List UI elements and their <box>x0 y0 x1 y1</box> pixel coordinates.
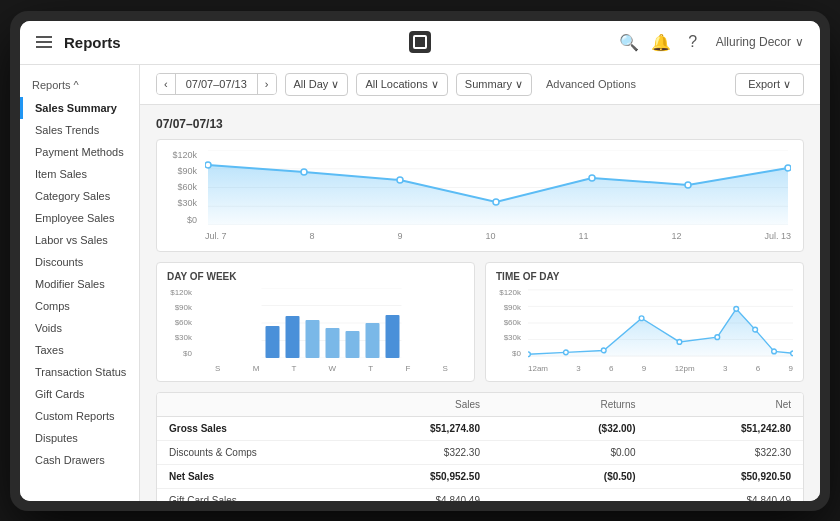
table-row-gift-cards: Gift Card Sales $4,840.49 $4,840.49 <box>157 489 803 501</box>
y-label-60k: $60k <box>169 182 197 192</box>
report-area: 07/07–07/13 $120k $90k $60k $30k $0 <box>140 105 820 501</box>
svg-point-11 <box>785 165 791 171</box>
discounts-sales: $322.30 <box>325 447 481 458</box>
sidebar-item-modifier-sales[interactable]: Modifier Sales <box>20 273 139 295</box>
svg-point-33 <box>677 339 682 344</box>
discounts-returns: $0.00 <box>480 447 636 458</box>
svg-point-38 <box>791 350 793 355</box>
x-label-jul7: Jul. 7 <box>205 231 227 241</box>
svg-point-29 <box>528 351 530 356</box>
svg-point-32 <box>639 315 644 320</box>
svg-point-30 <box>563 349 568 354</box>
svg-point-35 <box>734 306 739 311</box>
table-header-label <box>169 399 325 410</box>
sidebar-item-voids[interactable]: Voids <box>20 317 139 339</box>
sidebar-header[interactable]: Reports ^ <box>20 73 139 97</box>
advanced-options-link[interactable]: Advanced Options <box>540 74 642 94</box>
svg-point-34 <box>715 334 720 339</box>
net-sales-returns: ($0.50) <box>480 471 636 482</box>
square-logo-icon <box>409 31 431 53</box>
sidebar-item-labor-vs-sales[interactable]: Labor vs Sales <box>20 229 139 251</box>
sidebar-item-disputes[interactable]: Disputes <box>20 427 139 449</box>
sidebar-item-cash-drawers[interactable]: Cash Drawers <box>20 449 139 471</box>
time-of-day-panel: TIME OF DAY $120k $90k $60k $30k $0 <box>485 262 804 382</box>
day-of-week-panel: DAY OF WEEK $120k $90k $60k $30k $0 <box>156 262 475 382</box>
nav-right: 🔍 🔔 ? Alluring Decor ∨ <box>548 33 804 51</box>
sidebar: Reports ^ Sales Summary Sales Trends Pay… <box>20 65 140 501</box>
x-label-9: 9 <box>397 231 402 241</box>
tod-chart: 12am 3 6 9 12pm 3 6 9 <box>528 288 793 373</box>
next-date-button[interactable]: › <box>258 74 276 94</box>
sidebar-item-sales-summary[interactable]: Sales Summary <box>20 97 139 119</box>
gift-cards-sales: $4,840.49 <box>325 495 481 501</box>
svg-rect-19 <box>306 320 320 358</box>
sidebar-item-item-sales[interactable]: Item Sales <box>20 163 139 185</box>
svg-rect-22 <box>366 323 380 358</box>
table-header-net: Net <box>636 399 792 410</box>
search-icon[interactable]: 🔍 <box>620 33 638 51</box>
y-label-90k: $90k <box>169 166 197 176</box>
user-badge[interactable]: Alluring Decor ∨ <box>716 35 804 49</box>
sidebar-item-comps[interactable]: Comps <box>20 295 139 317</box>
svg-point-8 <box>493 199 499 205</box>
svg-rect-20 <box>326 328 340 358</box>
main-chart-container: $120k $90k $60k $30k $0 <box>156 139 804 252</box>
screen: Reports 🔍 🔔 ? Alluring Decor ∨ Re <box>20 21 820 501</box>
all-day-button[interactable]: All Day ∨ <box>285 73 349 96</box>
sidebar-item-employee-sales[interactable]: Employee Sales <box>20 207 139 229</box>
y-label-0: $0 <box>169 215 197 225</box>
main-chart-x-labels: Jul. 7 8 9 10 11 12 Jul. 13 <box>205 229 791 241</box>
main-chart-y-labels: $120k $90k $60k $30k $0 <box>169 150 201 225</box>
summary-table: Sales Returns Net Gross Sales $51,274.80… <box>156 392 804 501</box>
square-logo-inner <box>413 35 427 49</box>
table-row-gross-sales: Gross Sales $51,274.80 ($32.00) $51,242.… <box>157 417 803 441</box>
svg-point-7 <box>397 177 403 183</box>
gross-sales-returns: ($32.00) <box>480 423 636 434</box>
gross-sales-net: $51,242.80 <box>636 423 792 434</box>
svg-rect-18 <box>286 316 300 358</box>
bell-icon[interactable]: 🔔 <box>652 33 670 51</box>
net-sales-sales: $50,952.50 <box>325 471 481 482</box>
export-button[interactable]: Export ∨ <box>735 73 804 96</box>
net-sales-net: $50,920.50 <box>636 471 792 482</box>
table-header-row: Sales Returns Net <box>157 393 803 417</box>
main-line-chart: Jul. 7 8 9 10 11 12 Jul. 13 <box>205 150 791 241</box>
x-label-11: 11 <box>578 231 588 241</box>
sidebar-item-gift-cards[interactable]: Gift Cards <box>20 383 139 405</box>
sidebar-item-category-sales[interactable]: Category Sales <box>20 185 139 207</box>
sidebar-item-sales-trends[interactable]: Sales Trends <box>20 119 139 141</box>
sidebar-item-discounts[interactable]: Discounts <box>20 251 139 273</box>
sidebar-item-custom-reports[interactable]: Custom Reports <box>20 405 139 427</box>
table-row-discounts: Discounts & Comps $322.30 $0.00 $322.30 <box>157 441 803 465</box>
date-range-group: ‹ 07/07–07/13 › <box>156 73 277 95</box>
sidebar-item-payment-methods[interactable]: Payment Methods <box>20 141 139 163</box>
main-content: ‹ 07/07–07/13 › All Day ∨ All Locations … <box>140 65 820 501</box>
hamburger-icon[interactable] <box>36 36 52 48</box>
gift-cards-returns <box>480 495 636 501</box>
help-icon[interactable]: ? <box>684 33 702 51</box>
summary-button[interactable]: Summary ∨ <box>456 73 532 96</box>
prev-date-button[interactable]: ‹ <box>157 74 175 94</box>
dow-y-labels: $120k $90k $60k $30k $0 <box>167 288 195 358</box>
all-locations-button[interactable]: All Locations ∨ <box>356 73 447 96</box>
top-nav: Reports 🔍 🔔 ? Alluring Decor ∨ <box>20 21 820 65</box>
gift-cards-label: Gift Card Sales <box>169 495 325 501</box>
charts-row: DAY OF WEEK $120k $90k $60k $30k $0 <box>156 262 804 382</box>
svg-point-10 <box>685 182 691 188</box>
gross-sales-sales: $51,274.80 <box>325 423 481 434</box>
svg-point-5 <box>205 162 211 168</box>
nav-center <box>292 31 548 53</box>
svg-point-9 <box>589 175 595 181</box>
svg-rect-17 <box>266 326 280 358</box>
user-dropdown-icon: ∨ <box>795 35 804 49</box>
svg-point-6 <box>301 169 307 175</box>
tod-x-labels: 12am 3 6 9 12pm 3 6 9 <box>528 362 793 373</box>
sidebar-item-transaction-status[interactable]: Transaction Status <box>20 361 139 383</box>
table-row-net-sales: Net Sales $50,952.50 ($0.50) $50,920.50 <box>157 465 803 489</box>
gross-sales-label: Gross Sales <box>169 423 325 434</box>
x-label-8: 8 <box>309 231 314 241</box>
report-date-heading: 07/07–07/13 <box>156 117 804 131</box>
gift-cards-net: $4,840.49 <box>636 495 792 501</box>
sidebar-item-taxes[interactable]: Taxes <box>20 339 139 361</box>
x-label-jul13: Jul. 13 <box>764 231 791 241</box>
